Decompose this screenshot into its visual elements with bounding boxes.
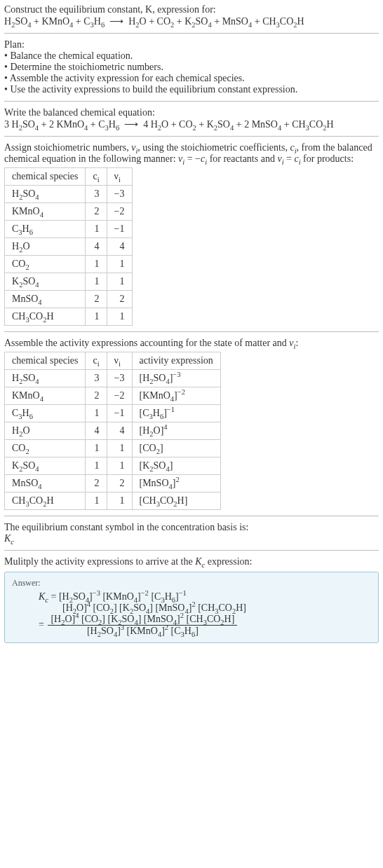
table-row: H2SO43−3 [5, 186, 133, 203]
table-row: CH3CO2H11[CH3CO2H] [5, 492, 221, 510]
table-row: H2O44[H2O]4 [5, 422, 221, 440]
cell-activity: [CO2] [132, 440, 220, 457]
cell-vi: 2 [107, 475, 132, 492]
cell-species: MnSO4 [5, 475, 86, 492]
cell-ci: 3 [86, 370, 107, 387]
cell-species: H2O [5, 238, 86, 256]
cell-species: CO2 [5, 256, 86, 273]
th-species: chemical species [5, 168, 86, 186]
th-species: chemical species [5, 352, 86, 370]
multiply-block: Mulitply the activity expressions to arr… [4, 556, 379, 567]
cell-species: CH3CO2H [5, 492, 86, 510]
cell-species: C3H6 [5, 221, 86, 238]
cell-activity: [C3H6]−1 [132, 405, 220, 422]
th-ci: ci [86, 168, 107, 186]
cell-species: H2SO4 [5, 370, 86, 387]
cell-vi: −1 [107, 405, 132, 422]
activity-heading: Assemble the activity expressions accoun… [4, 338, 379, 349]
plan-heading: Plan: [4, 39, 379, 50]
table-row: CO211 [5, 256, 133, 273]
cell-activity: [CH3CO2H] [132, 492, 220, 510]
table-row: C3H61−1[C3H6]−1 [5, 405, 221, 422]
cell-ci: 2 [86, 291, 107, 308]
cell-ci: 1 [86, 440, 107, 457]
fraction-denominator: [H2SO4]3 [KMnO4]2 [C3H6] [48, 626, 237, 637]
answer-box: Answer: Kc = [H2SO4]−3 [KMnO4]−2 [C3H6]−… [4, 572, 379, 643]
table-header-row: chemical species ci νi [5, 168, 133, 186]
cell-species: CH3CO2H [5, 308, 86, 326]
plan-item: • Assemble the activity expression for e… [4, 73, 379, 84]
table-row: H2SO43−3[H2SO4]−3 [5, 370, 221, 387]
plan-block: Plan: • Balance the chemical equation. •… [4, 39, 379, 95]
cell-species: H2SO4 [5, 186, 86, 203]
divider [4, 101, 379, 102]
cell-ci: 2 [86, 387, 107, 405]
cell-ci: 1 [86, 221, 107, 238]
kc-symbol: Kc [4, 533, 379, 544]
th-vi: νi [107, 352, 132, 370]
cell-ci: 1 [86, 273, 107, 291]
cell-vi: −3 [107, 186, 132, 203]
cell-ci: 1 [86, 308, 107, 326]
table-row: KMnO42−2 [5, 203, 133, 221]
table-row: C3H61−1 [5, 221, 133, 238]
cell-species: CO2 [5, 440, 86, 457]
table-row: K2SO411[K2SO4] [5, 457, 221, 475]
answer-line2: [H2O]4 [CO2] [K2SO4] [MnSO4]2 [CH3CO2H] [62, 602, 371, 614]
cell-vi: −1 [107, 221, 132, 238]
cell-species: MnSO4 [5, 291, 86, 308]
cell-ci: 4 [86, 238, 107, 256]
activity-table: chemical species ci νi activity expressi… [4, 352, 221, 510]
th-ci: ci [86, 352, 107, 370]
plan-item: • Use the activity expressions to build … [4, 84, 379, 95]
cell-species: H2O [5, 422, 86, 440]
cell-species: K2SO4 [5, 457, 86, 475]
cell-vi: 1 [107, 457, 132, 475]
table-row: CO211[CO2] [5, 440, 221, 457]
cell-ci: 2 [86, 475, 107, 492]
balanced-heading: Write the balanced chemical equation: [4, 107, 379, 118]
activity-tbody: H2SO43−3[H2SO4]−3KMnO42−2[KMnO4]−2C3H61−… [5, 370, 221, 510]
cell-ci: 4 [86, 422, 107, 440]
cell-vi: 4 [107, 422, 132, 440]
table-header-row: chemical species ci νi activity expressi… [5, 352, 221, 370]
table-row: KMnO42−2[KMnO4]−2 [5, 387, 221, 405]
intro-block: Construct the equilibrium constant, K, e… [4, 4, 379, 27]
activity-block: Assemble the activity expressions accoun… [4, 338, 379, 510]
table-row: K2SO411 [5, 273, 133, 291]
answer-fraction: [H2O]4 [CO2] [K2SO4] [MnSO4]2 [CH3CO2H] … [48, 614, 237, 637]
intro-equation: H2SO4 + KMnO4 + C3H6 ⟶ H2O + CO2 + K2SO4… [4, 15, 379, 27]
equals-sign: = [39, 619, 46, 630]
cell-vi: 2 [107, 291, 132, 308]
plan-item: • Balance the chemical equation. [4, 50, 379, 62]
cell-ci: 2 [86, 203, 107, 221]
answer-label: Answer: [12, 578, 371, 588]
kc-symbol-block: The equilibrium constant symbol in the c… [4, 522, 379, 544]
cell-activity: [K2SO4] [132, 457, 220, 475]
divider [4, 33, 379, 34]
cell-ci: 1 [86, 256, 107, 273]
th-activity: activity expression [132, 352, 220, 370]
stoich-heading: Assign stoichiometric numbers, νi, using… [4, 142, 379, 165]
cell-activity: [H2SO4]−3 [132, 370, 220, 387]
multiply-heading: Mulitply the activity expressions to arr… [4, 556, 379, 567]
plan-item: • Determine the stoichiometric numbers. [4, 62, 379, 73]
table-row: MnSO422[MnSO4]2 [5, 475, 221, 492]
cell-vi: 4 [107, 238, 132, 256]
divider [4, 550, 379, 551]
cell-vi: −2 [107, 387, 132, 405]
cell-species: KMnO4 [5, 203, 86, 221]
cell-vi: 1 [107, 256, 132, 273]
cell-vi: 1 [107, 308, 132, 326]
balanced-equation: 3 H2SO4 + 2 KMnO4 + C3H6 ⟶ 4 H2O + CO2 +… [4, 118, 379, 130]
cell-activity: [KMnO4]−2 [132, 387, 220, 405]
cell-activity: [MnSO4]2 [132, 475, 220, 492]
stoich-table: chemical species ci νi H2SO43−3KMnO42−2C… [4, 167, 133, 326]
table-row: MnSO422 [5, 291, 133, 308]
intro-line1: Construct the equilibrium constant, K, e… [4, 4, 379, 15]
fraction-numerator: [H2O]4 [CO2] [K2SO4] [MnSO4]2 [CH3CO2H] [48, 614, 237, 626]
answer-fraction-line: = [H2O]4 [CO2] [K2SO4] [MnSO4]2 [CH3CO2H… [39, 614, 371, 637]
balanced-block: Write the balanced chemical equation: 3 … [4, 107, 379, 130]
cell-species: C3H6 [5, 405, 86, 422]
cell-vi: −2 [107, 203, 132, 221]
